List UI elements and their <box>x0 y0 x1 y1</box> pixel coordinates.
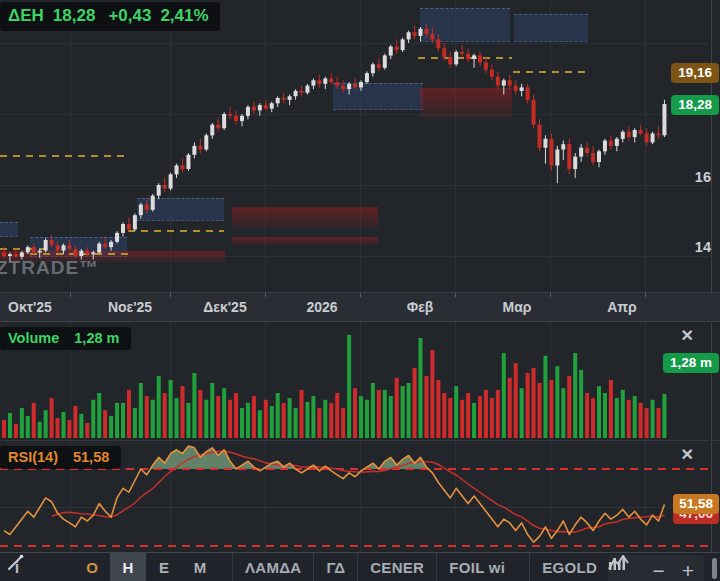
candlestick-chart[interactable] <box>0 0 712 292</box>
timeframe-Ε[interactable]: Ε <box>146 553 182 581</box>
ticker-cener[interactable]: CENER <box>357 553 436 581</box>
time-axis-tick <box>360 293 361 297</box>
time-axis-label: Μαρ <box>485 299 549 315</box>
time-axis-tick <box>265 293 266 297</box>
time-axis-label: 2026 <box>290 299 354 315</box>
volume-panel: Volume1,28 m ✕ 1,28 m <box>0 322 720 440</box>
time-axis-tick <box>70 293 71 297</box>
watermark: ZTRADE™ <box>0 257 99 279</box>
timeframe-Μ[interactable]: Μ <box>182 553 218 581</box>
trading-chart-app: ZTRADE™ ΔΕΗ18,28+0,432,41% 1614 19,16 18… <box>0 0 720 581</box>
toolbar-scrollbar[interactable] <box>712 558 717 579</box>
rsi-value: 51,58 <box>73 449 109 465</box>
symbol-name: ΔΕΗ <box>8 6 44 25</box>
rsi-panel: RSI(14)51,58 ✕ 50 47,06 51,58 <box>0 440 720 552</box>
bottom-toolbar: iΟΗΕΜΛΑΜΔΑΓΔCENERFOIL wiEGOLD −+ <box>0 552 720 581</box>
time-axis[interactable]: Οκτ'25Νοε'25Δεκ'252026ΦεβΜαρΑπρ <box>0 292 720 322</box>
time-axis-label: Νοε'25 <box>98 299 162 315</box>
volume-header: Volume1,28 m <box>0 327 131 350</box>
rsi-header: RSI(14)51,58 <box>0 446 121 469</box>
rsi-badge: 51,58 <box>673 494 719 514</box>
zoom-out-button[interactable]: − <box>652 562 664 580</box>
zoom-in-button[interactable]: + <box>682 562 694 580</box>
symbol-change-pct: 2,41% <box>160 6 208 25</box>
close-icon[interactable]: ✕ <box>681 328 694 344</box>
timeframe-Η[interactable]: Η <box>110 553 146 581</box>
time-axis-tick <box>455 293 456 297</box>
ticker-egold[interactable]: EGOLD <box>529 553 609 581</box>
symbol-change: +0,43 <box>108 6 151 25</box>
ticker-λαμδα[interactable]: ΛΑΜΔΑ <box>232 553 313 581</box>
price-level-badge: 19,16 <box>671 63 719 83</box>
last-price-badge: 18,28 <box>671 95 719 115</box>
close-icon[interactable]: ✕ <box>681 447 694 463</box>
time-axis-tick <box>550 293 551 297</box>
ticker-γδ[interactable]: ΓΔ <box>313 553 357 581</box>
draw-tool-icon[interactable] <box>28 553 58 558</box>
symbol-legend: ΔΕΗ18,28+0,432,41% <box>0 2 220 31</box>
symbol-price: 18,28 <box>53 6 96 25</box>
price-axis-label: 16 <box>695 169 711 185</box>
time-axis-label: Δεκ'25 <box>193 299 257 315</box>
ticker-foil-wi[interactable]: FOIL wi <box>436 553 517 581</box>
time-axis-label: Οκτ'25 <box>0 299 62 315</box>
price-chart-panel[interactable]: ZTRADE™ ΔΕΗ18,28+0,432,41% 1614 19,16 18… <box>0 0 720 292</box>
time-axis-tick <box>170 293 171 297</box>
time-axis-label: Απρ <box>590 299 654 315</box>
pencil-icon <box>6 553 26 573</box>
price-axis-label: 14 <box>695 239 711 255</box>
timeframe-Ο[interactable]: Ο <box>74 553 110 581</box>
volume-value: 1,28 m <box>74 330 119 346</box>
time-axis-tick <box>645 293 646 297</box>
time-axis-label: Φεβ <box>388 299 452 315</box>
volume-title: Volume <box>8 330 59 346</box>
volume-badge: 1,28 m <box>663 353 719 373</box>
rsi-title: RSI(14) <box>8 449 58 465</box>
